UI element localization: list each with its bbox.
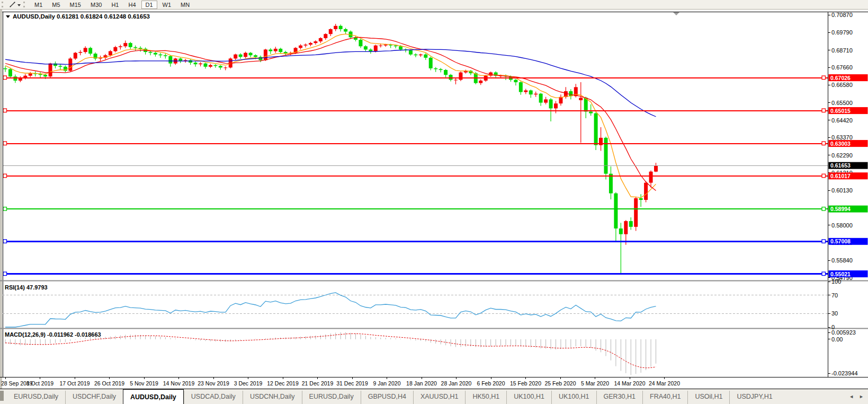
scroll-tabs-right-icon[interactable]: ► bbox=[859, 394, 864, 399]
current-price-badge-label[interactable]: 0.61653 bbox=[830, 162, 851, 169]
date-axis-label[interactable]: 25 Feb 2020 bbox=[545, 380, 576, 387]
level-0.65015-badge-label[interactable]: 0.65015 bbox=[830, 108, 851, 114]
cursor-line-tool-icon[interactable] bbox=[8, 1, 16, 8]
line-handle[interactable] bbox=[3, 240, 7, 243]
timeframe-button-D1[interactable]: D1 bbox=[141, 1, 157, 9]
timeframe-button-M30[interactable]: M30 bbox=[86, 1, 106, 9]
chart-tab-12-fra40h1[interactable]: FRA40,H1 bbox=[642, 391, 687, 404]
candle-body bbox=[614, 194, 618, 229]
date-axis-label[interactable]: 24 Mar 2020 bbox=[649, 380, 680, 387]
candle-body bbox=[324, 34, 327, 38]
date-axis-label[interactable]: 6 Feb 2020 bbox=[477, 380, 505, 387]
price-chart[interactable]: 0.708700.697900.687100.676600.665800.655… bbox=[0, 0, 868, 404]
date-axis-label[interactable]: 12 Dec 2019 bbox=[267, 380, 299, 387]
rsi-scale-label[interactable]: 30 bbox=[831, 310, 838, 317]
date-axis-label[interactable]: 3 Dec 2019 bbox=[234, 380, 263, 387]
toolbar-grip[interactable] bbox=[2, 2, 6, 7]
candle-body bbox=[364, 46, 368, 49]
price-scale-label[interactable]: 0.60130 bbox=[831, 187, 853, 194]
chart-tab-10-uk100h1[interactable]: UK100,H1 bbox=[551, 391, 596, 404]
timeframe-button-M1[interactable]: M1 bbox=[30, 1, 47, 9]
chart-tab-14-usdjpyh1[interactable]: USDJPY,H1 bbox=[729, 391, 779, 404]
price-scale-label[interactable]: 0.68710 bbox=[831, 47, 853, 54]
candle-body bbox=[139, 48, 142, 49]
line-handle[interactable] bbox=[822, 240, 826, 243]
line-handle[interactable] bbox=[822, 207, 826, 211]
line-handle[interactable] bbox=[822, 142, 826, 145]
timeframe-button-M5[interactable]: M5 bbox=[48, 1, 64, 9]
level-0.58994-badge-label[interactable]: 0.58994 bbox=[830, 206, 851, 212]
date-axis-label[interactable]: 26 Oct 2019 bbox=[94, 380, 124, 387]
date-axis-label[interactable]: 5 Mar 2020 bbox=[581, 380, 609, 387]
line-handle[interactable] bbox=[822, 109, 826, 112]
chart-tab-4-usdcnhdaily[interactable]: USDCNH,Daily bbox=[243, 391, 302, 404]
chart-tab-6-gbpusdh4[interactable]: GBPUSD,H4 bbox=[361, 391, 413, 404]
date-axis-label[interactable]: 14 Nov 2019 bbox=[163, 380, 195, 387]
price-scale-label[interactable]: 0.64420 bbox=[831, 117, 853, 124]
scroll-tabs-left-icon[interactable]: ◄ bbox=[849, 394, 854, 399]
candle-body bbox=[269, 49, 272, 51]
level-0.55021-badge-label[interactable]: 0.55021 bbox=[830, 271, 851, 277]
price-scale-label[interactable]: 0.65500 bbox=[831, 100, 853, 106]
timeframe-button-H4[interactable]: H4 bbox=[124, 1, 140, 9]
rsi-scale-label[interactable]: 100 bbox=[831, 278, 841, 285]
chart-tab-2-audusddaily[interactable]: AUDUSD,Daily bbox=[123, 389, 184, 404]
line-handle[interactable] bbox=[822, 76, 826, 80]
date-axis-label[interactable]: 23 Nov 2019 bbox=[198, 380, 229, 387]
chart-tab-8-hk50h1[interactable]: HK50,H1 bbox=[465, 391, 506, 404]
level-0.57008-badge-label[interactable]: 0.57008 bbox=[830, 238, 851, 244]
timeframe-button-M15[interactable]: M15 bbox=[66, 1, 85, 9]
chart-tab-11-ger30h1[interactable]: GER30,H1 bbox=[596, 391, 642, 404]
level-0.63003-badge-label[interactable]: 0.63003 bbox=[830, 140, 851, 147]
price-scale-label[interactable]: 0.55840 bbox=[831, 257, 853, 264]
rsi-macd-separator[interactable] bbox=[0, 328, 868, 329]
line-handle[interactable] bbox=[3, 174, 7, 178]
date-axis-label[interactable]: 18 Jan 2020 bbox=[406, 380, 437, 387]
chart-tab-5-eurusddaily[interactable]: EURUSD,Daily bbox=[302, 391, 361, 404]
candle-body bbox=[519, 82, 523, 92]
chart-tab-1-usdchfdaily[interactable]: USDCHF,Daily bbox=[65, 391, 123, 404]
line-handle[interactable] bbox=[822, 174, 826, 178]
date-axis-label[interactable]: 5 Nov 2019 bbox=[130, 380, 158, 387]
timeframe-button-MN[interactable]: MN bbox=[176, 1, 194, 9]
level-0.67026-badge-label[interactable]: 0.67026 bbox=[830, 75, 851, 81]
candle-body bbox=[459, 73, 462, 80]
macd-scale-label[interactable]: -0.023944 bbox=[831, 370, 858, 376]
candle-body bbox=[479, 81, 482, 83]
macd-scale-label[interactable]: 0.005923 bbox=[831, 329, 856, 336]
tool-dropdown-chevron-icon[interactable] bbox=[16, 1, 22, 8]
price-scale-label[interactable]: 0.63370 bbox=[831, 134, 853, 140]
date-axis-label[interactable]: 21 Dec 2019 bbox=[302, 380, 334, 387]
chart-tab-13-usoilh1[interactable]: USOil,H1 bbox=[687, 391, 729, 404]
chart-tab-0-eurusddaily[interactable]: EURUSD,Daily bbox=[7, 391, 65, 404]
rsi-scale-label[interactable]: 70 bbox=[831, 292, 838, 298]
date-axis-label[interactable]: 8 Oct 2019 bbox=[26, 380, 54, 387]
candle-body bbox=[168, 56, 172, 64]
date-axis-label[interactable]: 9 Jan 2020 bbox=[373, 380, 401, 387]
level-0.61017-badge-label[interactable]: 0.61017 bbox=[830, 173, 851, 179]
line-handle[interactable] bbox=[822, 272, 826, 276]
price-scale-label[interactable]: 0.66580 bbox=[831, 82, 853, 88]
date-axis-label[interactable]: 31 Dec 2019 bbox=[336, 380, 368, 387]
date-axis-label[interactable]: 15 Feb 2020 bbox=[510, 380, 541, 387]
date-axis-label[interactable]: 17 Oct 2019 bbox=[59, 380, 90, 387]
price-scale-label[interactable]: 0.67660 bbox=[831, 64, 853, 71]
chart-tab-7-xauusdh1[interactable]: XAUUSD,H1 bbox=[413, 391, 466, 404]
line-handle[interactable] bbox=[3, 76, 7, 80]
chart-tab-9-uk100h1[interactable]: UK100,H1 bbox=[506, 391, 551, 404]
price-scale-label[interactable]: 0.62290 bbox=[831, 152, 853, 159]
macd-scale-label[interactable]: 0.00 bbox=[831, 336, 843, 342]
price-scale-label[interactable]: 0.70870 bbox=[831, 12, 853, 18]
price-scale-label[interactable]: 0.69790 bbox=[831, 29, 853, 36]
line-handle[interactable] bbox=[3, 272, 7, 276]
line-handle[interactable] bbox=[3, 207, 7, 211]
chart-tab-3-usdcaddaily[interactable]: USDCAD,Daily bbox=[184, 391, 243, 404]
date-axis-label[interactable]: 28 Jan 2020 bbox=[441, 380, 472, 387]
price-scale-label[interactable]: 0.58000 bbox=[831, 222, 853, 229]
timeframe-button-W1[interactable]: W1 bbox=[158, 1, 176, 9]
main-rsi-separator[interactable] bbox=[0, 280, 868, 282]
line-handle[interactable] bbox=[3, 109, 7, 112]
timeframe-button-H1[interactable]: H1 bbox=[107, 1, 123, 9]
line-handle[interactable] bbox=[3, 142, 7, 145]
date-axis-label[interactable]: 14 Mar 2020 bbox=[614, 380, 646, 387]
